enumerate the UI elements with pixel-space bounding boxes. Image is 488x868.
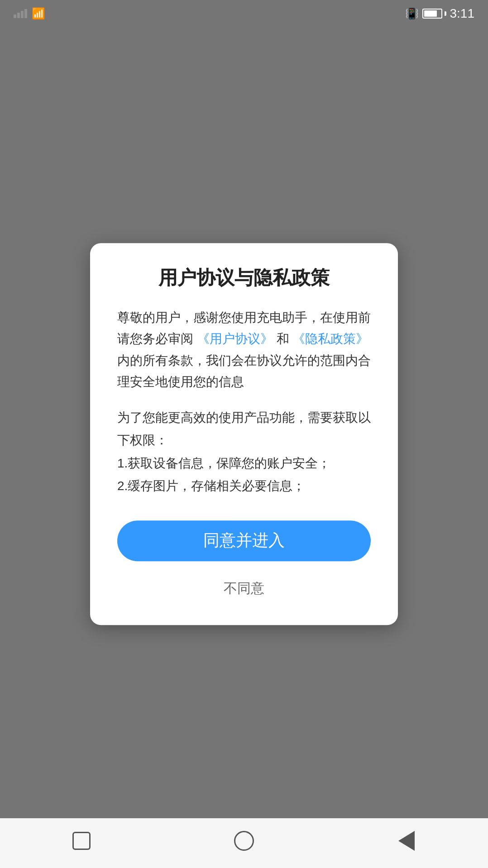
home-button[interactable] [226,827,262,854]
signal-icon [14,9,27,18]
wifi-icon: 📶 [32,7,45,20]
status-left-icons: 📶 [14,7,45,20]
privacy-dialog: 用户协议与隐私政策 尊敬的用户，感谢您使用充电助手，在使用前请您务必审阅 《用户… [90,243,398,625]
permission-1: 1.获取设备信息，保障您的账户安全； [117,452,371,475]
recent-apps-button[interactable] [63,827,100,854]
permissions-section: 为了您能更高效的使用产品功能，需要获取以下权限： 1.获取设备信息，保障您的账户… [117,406,371,498]
bluetooth-icon: 📳 [405,7,419,20]
back-icon [398,831,415,851]
home-icon [234,831,254,851]
body-part2: 和 [277,332,289,346]
status-right-icons: 📳 3:11 [405,6,475,21]
back-button[interactable] [388,827,425,854]
agree-button[interactable]: 同意并进入 [117,520,371,561]
recent-apps-icon [72,832,91,850]
permissions-intro: 为了您能更高效的使用产品功能，需要获取以下权限： [117,406,371,452]
dialog-body-text: 尊敬的用户，感谢您使用充电助手，在使用前请您务必审阅 《用户协议》 和 《隐私政… [117,307,371,393]
dialog-title: 用户协议与隐私政策 [117,266,371,291]
nav-bar [0,818,488,868]
body-part3: 内的所有条款，我们会在协议允许的范围内合理安全地使用您的信息 [117,353,371,389]
battery-icon [422,9,446,19]
user-agreement-link[interactable]: 《用户协议》 [197,332,273,346]
disagree-button[interactable]: 不同意 [117,575,371,602]
privacy-policy-link[interactable]: 《隐私政策》 [292,332,368,346]
status-bar: 📶 📳 3:11 [0,0,488,27]
clock-display: 3:11 [450,6,475,21]
permission-2: 2.缓存图片，存储相关必要信息； [117,475,371,497]
